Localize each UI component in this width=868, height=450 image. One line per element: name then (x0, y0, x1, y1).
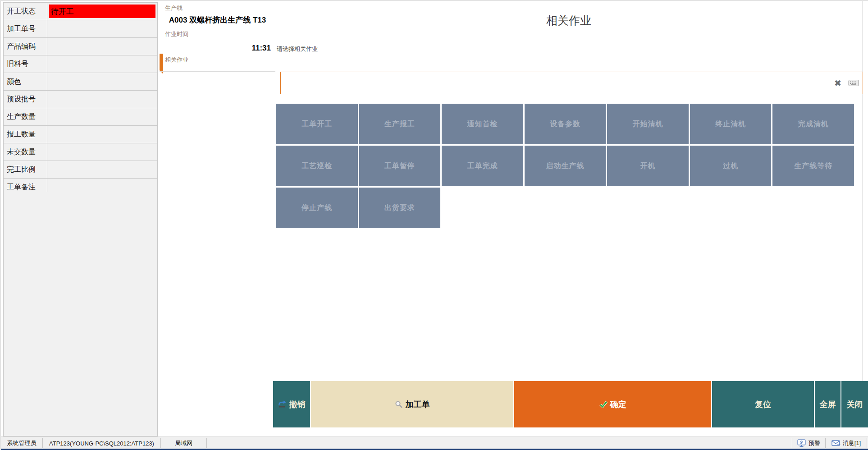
related-jobs-pane: 相关作业 请选择相关作业 ✖ 工单开工 生产报工 (275, 1, 863, 381)
table-row: 预设批号 (4, 91, 157, 108)
user-label: 系统管理员 (1, 438, 43, 448)
nav-item-related-jobs[interactable]: 相关作业 (165, 56, 188, 64)
table-row: 颜色 (4, 73, 157, 91)
field-value (47, 91, 157, 108)
clear-icon[interactable]: ✖ (831, 78, 845, 88)
table-row: 工单备注 (4, 179, 157, 436)
tile-start-machine-cleaning[interactable]: 开始清机 (607, 104, 689, 144)
field-value (47, 73, 157, 90)
select-prompt-label: 请选择相关作业 (277, 45, 318, 53)
field-label-reported-qty: 报工数量 (4, 126, 47, 143)
tile-notify-first-inspection[interactable]: 通知首检 (442, 104, 523, 144)
alert-label: 预警 (809, 439, 820, 447)
keyboard-icon[interactable] (845, 79, 863, 87)
field-label-order-remark: 工单备注 (4, 179, 47, 192)
tile-shipment-request[interactable]: 出货要求 (359, 188, 441, 228)
field-value (47, 143, 157, 161)
app-window: 开工状态 待开工 加工单号 产品编码 旧料号 颜色 预设批号 生产数量 (0, 0, 868, 450)
close-button[interactable]: 关闭 (841, 381, 868, 427)
field-value (47, 126, 157, 143)
field-label-production-qty: 生产数量 (4, 108, 47, 125)
table-row: 旧料号 (4, 55, 157, 73)
alert-button[interactable]: 预警 (792, 438, 826, 448)
work-order-info-table: 开工状态 待开工 加工单号 产品编码 旧料号 颜色 预设批号 生产数量 (3, 2, 158, 436)
process-order-label: 加工单 (406, 399, 430, 410)
confirm-button[interactable]: 确定 (514, 381, 711, 427)
tile-stop-production-line[interactable]: 停止产线 (276, 188, 358, 228)
production-line-value: A003 双螺杆挤出生产线 T13 (160, 15, 275, 25)
field-value (47, 38, 157, 55)
tile-production-report[interactable]: 生产报工 (359, 104, 441, 144)
check-icon (599, 401, 608, 408)
field-label-completion-ratio: 完工比例 (4, 161, 47, 178)
tile-work-order-start[interactable]: 工单开工 (276, 104, 358, 144)
production-line-label: 生产线 (165, 4, 183, 12)
connection-label: ATP123(YOUNG-PC\SQL2012:ATP123) (43, 438, 161, 448)
status-bar: 系统管理员 ATP123(YOUNG-PC\SQL2012:ATP123) 局域… (1, 436, 868, 450)
tile-pass-machine[interactable]: 过机 (690, 146, 772, 186)
message-button[interactable]: 消息[1] (826, 438, 867, 448)
table-row: 加工单号 (4, 20, 157, 38)
field-value: 待开工 (47, 3, 157, 20)
field-label-undelivered-qty: 未交数量 (4, 143, 47, 161)
tile-line-waiting[interactable]: 生产线等待 (772, 146, 854, 186)
tile-finish-machine-cleaning[interactable]: 完成清机 (772, 104, 854, 144)
tile-start-production-line[interactable]: 启动生产线 (525, 146, 606, 186)
fullscreen-button[interactable]: 全屏 (815, 381, 841, 427)
process-order-button[interactable]: 加工单 (311, 381, 513, 427)
reset-button[interactable]: 复位 (712, 381, 814, 427)
status-badge: 待开工 (49, 5, 155, 18)
field-value (47, 20, 157, 37)
status-bar-cells: 系统管理员 ATP123(YOUNG-PC\SQL2012:ATP123) 局域… (1, 437, 868, 449)
work-time-value: 11:31 (251, 44, 271, 53)
table-row: 产品编码 (4, 38, 157, 55)
table-row: 完工比例 (4, 161, 157, 179)
tile-process-inspection[interactable]: 工艺巡检 (276, 146, 358, 186)
page-title: 相关作业 (275, 13, 862, 28)
undo-button[interactable]: 撤销 (273, 381, 310, 427)
tile-terminate-machine-cleaning[interactable]: 终止清机 (690, 104, 772, 144)
field-value (47, 108, 157, 125)
divider (160, 71, 275, 72)
close-label: 关闭 (847, 399, 863, 410)
undo-icon (278, 400, 287, 408)
work-time-label: 作业时间 (165, 30, 188, 38)
table-row: 开工状态 待开工 (4, 3, 157, 20)
monitor-gear-icon (797, 439, 806, 447)
field-value (47, 179, 157, 182)
table-row: 生产数量 (4, 108, 157, 126)
field-label-preset-batch: 预设批号 (4, 91, 47, 108)
magnifier-icon (395, 400, 403, 409)
action-tile-grid: 工单开工 生产报工 通知首检 设备参数 开始清机 终止清机 完成清机 工艺巡检 … (276, 104, 854, 228)
tile-work-order-complete[interactable]: 工单完成 (442, 146, 523, 186)
fullscreen-label: 全屏 (820, 399, 836, 410)
field-value (47, 55, 157, 73)
field-label-old-part-no: 旧料号 (4, 55, 47, 73)
context-panel: 生产线 A003 双螺杆挤出生产线 T13 作业时间 11:31 相关作业 (160, 1, 275, 381)
tile-equipment-parameters[interactable]: 设备参数 (525, 104, 606, 144)
reset-label: 复位 (755, 399, 771, 410)
field-label-start-status: 开工状态 (4, 3, 47, 20)
tile-machine-on[interactable]: 开机 (607, 146, 689, 186)
field-label-order-no: 加工单号 (4, 20, 47, 37)
table-row: 未交数量 (4, 143, 157, 161)
undo-label: 撤销 (289, 399, 306, 410)
message-label: 消息[1] (843, 439, 861, 447)
field-label-product-code: 产品编码 (4, 38, 47, 55)
network-label: 局域网 (161, 438, 207, 448)
confirm-label: 确定 (610, 399, 626, 410)
job-input[interactable] (281, 74, 831, 92)
envelope-icon (831, 440, 841, 447)
field-label-color: 颜色 (4, 73, 47, 90)
table-row: 报工数量 (4, 126, 157, 143)
field-value (47, 161, 157, 178)
job-search-box: ✖ (280, 72, 863, 94)
footer-action-bar: 撤销 加工单 确定 复位 全屏 (273, 381, 868, 427)
status-bar-spacer (207, 438, 792, 448)
tile-work-order-pause[interactable]: 工单暂停 (359, 146, 441, 186)
